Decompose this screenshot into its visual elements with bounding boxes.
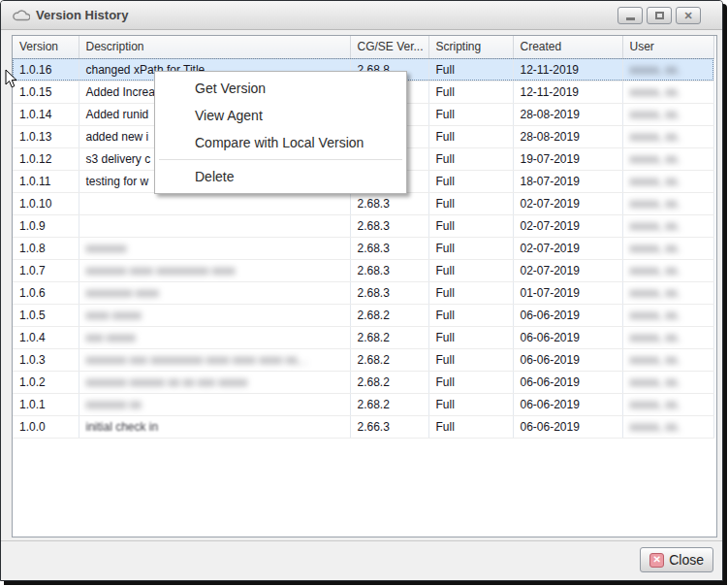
redacted-user: xxxxx, xx.: [630, 309, 681, 322]
window-title: Version History: [36, 8, 128, 22]
table-row[interactable]: 1.0.2xxxxxxx xxxxxx xx xx xxx xxxxx2.68.…: [13, 371, 713, 393]
context-menu: Get VersionView AgentCompare with Local …: [154, 71, 407, 194]
column-header-description[interactable]: Description: [79, 36, 350, 58]
maximize-button[interactable]: [647, 7, 672, 24]
footer-bar: ✕ Close: [1, 540, 722, 580]
close-button[interactable]: ✕ Close: [640, 547, 713, 572]
table-row[interactable]: 1.0.7xxxxxxx xxxx xxxxxxxxx xxxx2.68.3Fu…: [13, 259, 713, 281]
menu-item-compare-with-local-version[interactable]: Compare with Local Version: [157, 129, 404, 156]
table-header-row: VersionDescriptionCG/SE Ver...ScriptingC…: [13, 36, 713, 58]
column-header-created[interactable]: Created: [513, 36, 622, 58]
table-row[interactable]: 1.0.1xxxxxxx xx2.68.2Full06-06-2019xxxxx…: [13, 393, 713, 415]
cloud-icon: [13, 9, 30, 21]
column-header-user[interactable]: User: [622, 36, 713, 58]
redacted-user: xxxxx, xx.: [630, 175, 681, 188]
minimize-icon: [626, 17, 635, 20]
redacted-user: xxxxx, xx.: [630, 197, 681, 211]
redacted-user: xxxxx, xx.: [630, 353, 681, 367]
version-history-dialog: Version History ✕ VersionDescriptionCG/S…: [0, 0, 723, 581]
mouse-cursor: [5, 69, 17, 92]
column-header-cg-se-ver[interactable]: CG/SE Ver...: [350, 36, 428, 58]
table-row[interactable]: 1.0.3xxxxxxx xxx xxxxxxxxx xxxx xxxx xxx…: [13, 348, 713, 371]
column-header-scripting[interactable]: Scripting: [428, 36, 513, 58]
table-row[interactable]: 1.0.5xxxx xxxxx2.68.2Full06-06-2019xxxxx…: [13, 304, 713, 326]
redacted-user: xxxxx, xx.: [630, 331, 681, 344]
table-row[interactable]: 1.0.92.68.3Full02-07-2019xxxxx, xx.: [13, 214, 713, 237]
redacted-user: xxxxx, xx.: [630, 85, 681, 99]
redacted-user: xxxxx, xx.: [630, 375, 681, 389]
red-x-icon: ✕: [649, 553, 664, 568]
redacted-user: xxxxx, xx.: [630, 264, 681, 277]
redacted-user: xxxxx, xx.: [630, 63, 681, 77]
titlebar[interactable]: Version History ✕: [1, 1, 722, 30]
column-header-version[interactable]: Version: [13, 36, 79, 58]
close-button-label: Close: [669, 552, 704, 568]
menu-separator: [159, 159, 402, 160]
table-row[interactable]: 1.0.4xxx xxxxx2.68.2Full06-06-2019xxxxx,…: [13, 326, 713, 348]
redacted-user: xxxxx, xx.: [630, 108, 681, 121]
table-row[interactable]: 1.0.0initial check in2.66.3Full06-06-201…: [13, 415, 713, 438]
table-row[interactable]: 1.0.102.68.3Full02-07-2019xxxxx, xx.: [13, 192, 713, 214]
menu-item-delete[interactable]: Delete: [157, 163, 404, 190]
redacted-user: xxxxx, xx.: [630, 286, 681, 300]
menu-item-view-agent[interactable]: View Agent: [157, 102, 404, 129]
redacted-user: xxxxx, xx.: [630, 130, 681, 144]
maximize-icon: [655, 12, 664, 19]
table-row[interactable]: 1.0.8xxxxxxx2.68.3Full02-07-2019xxxxx, x…: [13, 237, 713, 259]
close-icon: ✕: [683, 11, 692, 21]
redacted-user: xxxxx, xx.: [630, 152, 681, 166]
menu-item-get-version[interactable]: Get Version: [157, 75, 404, 102]
redacted-user: xxxxx, xx.: [630, 420, 681, 434]
minimize-button[interactable]: [617, 7, 643, 24]
close-window-button[interactable]: ✕: [676, 7, 701, 24]
redacted-user: xxxxx, xx.: [630, 242, 681, 255]
table-row[interactable]: 1.0.6xxxxxxxx xxxx2.68.3Full01-07-2019xx…: [13, 281, 713, 304]
redacted-user: xxxxx, xx.: [630, 219, 681, 233]
redacted-user: xxxxx, xx.: [630, 398, 681, 411]
